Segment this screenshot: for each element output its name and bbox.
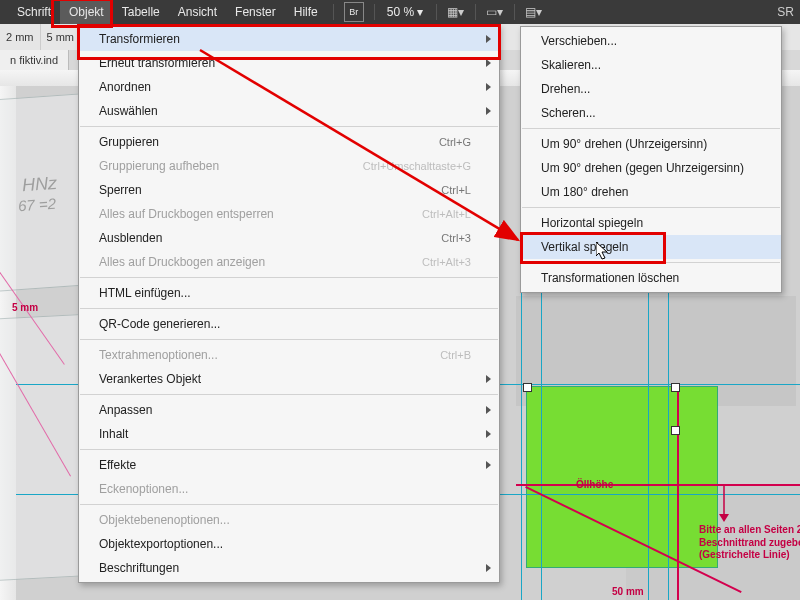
field-2[interactable]: 5 mm xyxy=(41,24,82,50)
menu-item-label: Objektebenenoptionen... xyxy=(99,513,471,527)
menu-divider xyxy=(522,207,780,208)
menu-shortcut: Ctrl+G xyxy=(439,136,471,148)
objekt-menu-item: Eckenoptionen... xyxy=(79,477,499,501)
menu-item-label: Auswählen xyxy=(99,104,471,118)
menu-item-label: Horizontal spiegeln xyxy=(541,216,753,230)
dim-50mm: 50 mm xyxy=(612,586,644,597)
transform-menu-item[interactable]: Vertikal spiegeln xyxy=(521,235,781,259)
menu-item-label: Eckenoptionen... xyxy=(99,482,471,496)
submenu-arrow-icon xyxy=(486,107,491,115)
menu-item-label: Gruppierung aufheben xyxy=(99,159,323,173)
transform-menu-item[interactable]: Skalieren... xyxy=(521,53,781,77)
menu-shortcut: Ctrl+L xyxy=(441,184,471,196)
menu-item-label: Skalieren... xyxy=(541,58,753,72)
menu-item-label: Um 90° drehen (gegen Uhrzeigersinn) xyxy=(541,161,753,175)
submenu-arrow-icon xyxy=(486,59,491,67)
menu-item-label: Drehen... xyxy=(541,82,753,96)
menu-item-label: QR-Code generieren... xyxy=(99,317,471,331)
menu-divider xyxy=(522,128,780,129)
menu-fenster[interactable]: Fenster xyxy=(226,0,285,24)
menu-divider xyxy=(80,126,498,127)
menu-item-label: Objektexportoptionen... xyxy=(99,537,471,551)
selected-frame[interactable] xyxy=(526,386,718,568)
submenu-arrow-icon xyxy=(486,564,491,572)
objekt-menu-item[interactable]: GruppierenCtrl+G xyxy=(79,130,499,154)
transform-menu-item[interactable]: Drehen... xyxy=(521,77,781,101)
menu-item-label: Um 90° drehen (Uhrzeigersinn) xyxy=(541,137,753,151)
objekt-menu: TransformierenErneut transformierenAnord… xyxy=(78,24,500,583)
menu-shortcut: Ctrl+Alt+L xyxy=(422,208,471,220)
dim-5mm: 5 mm xyxy=(12,302,38,313)
menu-item-label: Anpassen xyxy=(99,403,471,417)
screen-mode-icon[interactable]: ▭▾ xyxy=(486,3,504,21)
menu-item-label: Inhalt xyxy=(99,427,471,441)
objekt-menu-item[interactable]: Anordnen xyxy=(79,75,499,99)
menu-hilfe[interactable]: Hilfe xyxy=(285,0,327,24)
menu-divider xyxy=(80,277,498,278)
menu-tabelle[interactable]: Tabelle xyxy=(113,0,169,24)
objekt-menu-item[interactable]: AusblendenCtrl+3 xyxy=(79,226,499,250)
objekt-menu-item[interactable]: Verankertes Objekt xyxy=(79,367,499,391)
objekt-menu-item[interactable]: Erneut transformieren xyxy=(79,51,499,75)
objekt-menu-item[interactable]: Beschriftungen xyxy=(79,556,499,580)
menu-item-label: Gruppieren xyxy=(99,135,399,149)
workspace-label[interactable]: SR xyxy=(777,0,794,24)
menu-item-label: Ausblenden xyxy=(99,231,401,245)
bridge-icon[interactable]: Br xyxy=(344,2,364,22)
menu-item-label: Um 180° drehen xyxy=(541,185,753,199)
transform-menu-item[interactable]: Um 180° drehen xyxy=(521,180,781,204)
field-1[interactable]: 2 mm xyxy=(0,24,41,50)
label-ollhoehe: Öllhöhe xyxy=(576,479,613,490)
menu-item-label: Scheren... xyxy=(541,106,753,120)
menu-objekt[interactable]: Objekt xyxy=(60,0,113,24)
submenu-arrow-icon xyxy=(486,375,491,383)
transform-menu-item[interactable]: Transformationen löschen xyxy=(521,266,781,290)
objekt-menu-item: Objektebenenoptionen... xyxy=(79,508,499,532)
zoom-level[interactable]: 50 % ▾ xyxy=(381,5,430,19)
menu-item-label: Beschriftungen xyxy=(99,561,471,575)
menu-item-label: Verankertes Objekt xyxy=(99,372,471,386)
transform-menu-item[interactable]: Um 90° drehen (gegen Uhrzeigersinn) xyxy=(521,156,781,180)
objekt-menu-item[interactable]: HTML einfügen... xyxy=(79,281,499,305)
menu-item-label: Erneut transformieren xyxy=(99,56,471,70)
objekt-menu-item[interactable]: Anpassen xyxy=(79,398,499,422)
menu-ansicht[interactable]: Ansicht xyxy=(169,0,226,24)
menu-item-label: Sperren xyxy=(99,183,401,197)
submenu-arrow-icon xyxy=(486,461,491,469)
objekt-menu-item: Gruppierung aufhebenCtrl+Umschalttaste+G xyxy=(79,154,499,178)
objekt-menu-item[interactable]: Effekte xyxy=(79,453,499,477)
objekt-menu-item[interactable]: Auswählen xyxy=(79,99,499,123)
menu-shortcut: Ctrl+Alt+3 xyxy=(422,256,471,268)
menu-shortcut: Ctrl+Umschalttaste+G xyxy=(363,160,471,172)
transform-menu-item[interactable]: Scheren... xyxy=(521,101,781,125)
svg-marker-1 xyxy=(719,514,729,522)
menu-divider xyxy=(522,262,780,263)
menu-item-label: HTML einfügen... xyxy=(99,286,471,300)
transformieren-submenu: Verschieben...Skalieren...Drehen...Scher… xyxy=(520,26,782,293)
submenu-arrow-icon xyxy=(486,35,491,43)
menu-item-label: Transformieren xyxy=(99,32,471,46)
objekt-menu-item[interactable]: Objektexportoptionen... xyxy=(79,532,499,556)
arrange-icon[interactable]: ▤▾ xyxy=(525,3,543,21)
objekt-menu-item[interactable]: Inhalt xyxy=(79,422,499,446)
menu-divider xyxy=(80,504,498,505)
transform-menu-item[interactable]: Um 90° drehen (Uhrzeigersinn) xyxy=(521,132,781,156)
submenu-arrow-icon xyxy=(486,83,491,91)
menu-divider xyxy=(80,449,498,450)
objekt-menu-item[interactable]: Transformieren xyxy=(79,27,499,51)
objekt-menu-item[interactable]: SperrenCtrl+L xyxy=(79,178,499,202)
transform-menu-item[interactable]: Horizontal spiegeln xyxy=(521,211,781,235)
menu-divider xyxy=(80,339,498,340)
document-tab[interactable]: n fiktiv.ind xyxy=(0,50,69,70)
transform-menu-item[interactable]: Verschieben... xyxy=(521,29,781,53)
submenu-arrow-icon xyxy=(486,406,491,414)
objekt-menu-item: Alles auf Druckbogen entsperrenCtrl+Alt+… xyxy=(79,202,499,226)
menu-divider xyxy=(80,308,498,309)
objekt-menu-item: Textrahmenoptionen...Ctrl+B xyxy=(79,343,499,367)
view-mode-icon[interactable]: ▦▾ xyxy=(447,3,465,21)
menu-item-label: Vertikal spiegeln xyxy=(541,240,753,254)
menu-divider xyxy=(80,394,498,395)
objekt-menu-item[interactable]: QR-Code generieren... xyxy=(79,312,499,336)
menu-item-label: Alles auf Druckbogen entsperren xyxy=(99,207,382,221)
menu-schrift[interactable]: Schrift xyxy=(8,0,60,24)
